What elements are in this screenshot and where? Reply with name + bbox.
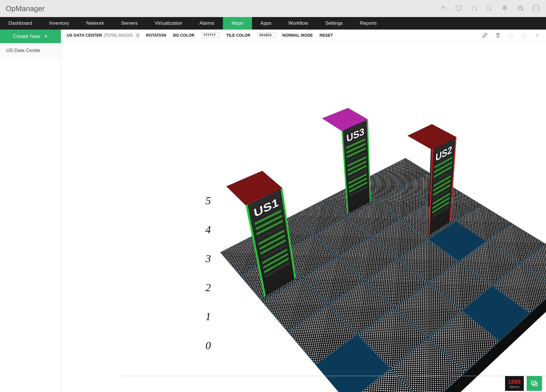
bgcolor-input[interactable]: [201, 32, 220, 38]
rotation-button[interactable]: ROTATION: [146, 33, 166, 37]
delete-icon[interactable]: [495, 32, 501, 38]
chat-button[interactable]: [527, 376, 542, 391]
headset-icon[interactable]: [470, 5, 478, 12]
app-bar: OpManager: [0, 0, 546, 17]
sidebar-item-us-data-center[interactable]: US Data Center: [0, 43, 61, 58]
tilecolor-label: TILE COLOR: [226, 33, 251, 37]
presentation-icon[interactable]: [455, 5, 462, 12]
bgcolor-label: BG COLOR: [173, 33, 194, 37]
edit-icon[interactable]: [482, 32, 488, 38]
bell-icon[interactable]: [501, 5, 508, 12]
nav-network[interactable]: Network: [78, 17, 112, 30]
axis-tick: 5: [204, 194, 212, 207]
svg-point-0: [443, 7, 444, 8]
nav-virtualization[interactable]: Virtualization: [146, 17, 191, 30]
option-a-icon[interactable]: ◯: [508, 32, 514, 38]
datacenter-name: US DATA CENTER [TOTAL RACKS : 3]: [67, 33, 139, 37]
floor-3d-view[interactable]: 543210 US1US2US3: [61, 41, 546, 392]
plus-icon: +: [44, 33, 48, 39]
nav-alarms[interactable]: Alarms: [191, 17, 223, 30]
rocket-icon[interactable]: [440, 5, 447, 12]
svg-point-3: [535, 7, 537, 9]
main-nav: DashboardInventoryNetworkServersVirtuali…: [0, 17, 546, 30]
axis-tick: 1: [204, 310, 212, 323]
divider: [122, 376, 546, 376]
nav-apps[interactable]: Apps: [252, 17, 280, 30]
tilecolor-input[interactable]: [257, 32, 276, 38]
user-avatar[interactable]: [532, 4, 540, 13]
nav-workflow[interactable]: Workflow: [280, 17, 317, 30]
app-title: OpManager: [6, 4, 45, 13]
nav-dashboard[interactable]: Dashboard: [0, 17, 41, 30]
axis-tick: 2: [204, 281, 212, 294]
nav-maps[interactable]: Maps: [223, 17, 252, 30]
create-new-label: Create New: [13, 34, 40, 39]
reset-button[interactable]: RESET: [320, 33, 333, 37]
nav-inventory[interactable]: Inventory: [41, 17, 78, 30]
alarm-count: 1869: [508, 379, 521, 385]
nav-servers[interactable]: Servers: [112, 17, 146, 30]
alarm-caption: Alarms: [510, 385, 519, 389]
mode-button[interactable]: NORMAL MODE: [282, 33, 313, 37]
map-toolbar: US DATA CENTER [TOTAL RACKS : 3] ROTATIO…: [61, 30, 546, 41]
search-icon[interactable]: [486, 5, 493, 12]
gear-icon[interactable]: [516, 5, 524, 12]
floor-tile[interactable]: [428, 261, 492, 310]
alarms-badge[interactable]: 1869 Alarms: [505, 376, 524, 391]
sidebar: Create New + US Data Center: [0, 30, 61, 392]
axis-tick: 0: [204, 339, 212, 352]
axis-tick: 4: [204, 223, 212, 236]
create-new-button[interactable]: Create New +: [0, 30, 61, 43]
axis-tick: 3: [204, 252, 212, 265]
axis-labels: 543210: [204, 194, 212, 352]
close-icon[interactable]: ×: [534, 32, 540, 38]
svg-rect-1: [456, 6, 462, 10]
nav-reports[interactable]: Reports: [351, 17, 385, 30]
nav-settings[interactable]: Settings: [317, 17, 351, 30]
svg-point-2: [487, 6, 491, 10]
option-b-icon[interactable]: ◯: [521, 32, 527, 38]
